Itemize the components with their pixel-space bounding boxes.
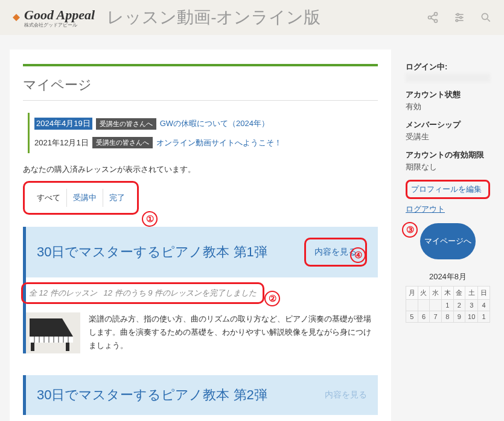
calendar-month-title: 2024年8月	[406, 271, 490, 282]
edit-profile-link[interactable]: プロフィールを編集	[411, 185, 482, 194]
page-title: マイページ	[23, 76, 378, 94]
svg-point-11	[456, 19, 458, 21]
svg-point-12	[482, 13, 488, 19]
logged-in-username	[406, 74, 490, 82]
svg-line-5	[431, 18, 435, 21]
svg-marker-0	[13, 14, 20, 21]
expiry-label: アカウントの有効期限	[406, 150, 490, 160]
account-status-label: アカウント状態	[406, 89, 490, 100]
lesson-thumbnail	[26, 312, 80, 353]
svg-point-9	[460, 16, 462, 18]
lesson-card: 30日でマスターするピアノ教本 第2弾 内容を見る	[23, 375, 378, 415]
svg-point-3	[435, 19, 438, 22]
app-header: Good Appeal 株式会社グッドアピール レッスン動画-オンライン版	[0, 0, 504, 35]
lesson-progress-box: 全 12 件のレッスン 12 件のうち 9 件のレッスンを完了しました	[21, 282, 264, 304]
calendar-weekdays-row: 月 火 水 木 金 土 日	[406, 286, 490, 300]
logo-sub-text: 株式会社グッドアピール	[24, 22, 95, 28]
login-status-label: ログイン中:	[406, 62, 490, 72]
svg-rect-25	[31, 343, 34, 351]
calendar-row: 5 6 7 8 9 10 1	[406, 311, 490, 323]
calendar-row: 1 2 3 4	[406, 300, 490, 311]
svg-line-4	[431, 14, 435, 17]
logo-diamond-icon	[12, 13, 21, 22]
progress-total: 全 12 件のレッスン	[29, 288, 97, 297]
news-title[interactable]: GWの休暇について（2024年）	[160, 118, 269, 129]
progress-done: 12 件のうち 9 件のレッスンを完了しました	[104, 288, 257, 297]
account-status-value: 有効	[406, 101, 490, 112]
mypage-button[interactable]: マイページへ	[420, 223, 476, 259]
lesson-filter-tabs-container: すべて 受講中 完了	[23, 181, 139, 215]
annotation-2: ②	[264, 291, 280, 306]
logo-main-text: Good Appeal	[24, 7, 95, 22]
news-category-badge: 受講生の皆さんへ	[96, 118, 156, 130]
news-list: 2024年4月19日 受講生の皆さんへ GWの休暇について（2024年） 202…	[28, 113, 373, 153]
header-title: レッスン動画-オンライン版	[107, 6, 415, 29]
annotation-1: ①	[142, 211, 158, 227]
lesson-header: 30日でマスターするピアノ教本 第1弾 内容を見る	[26, 227, 378, 277]
logo[interactable]: Good Appeal 株式会社グッドアピール	[12, 7, 95, 28]
tab-all[interactable]: すべて	[31, 189, 66, 207]
search-icon[interactable]	[480, 11, 492, 24]
edit-profile-link-container: プロフィールを編集	[406, 180, 490, 199]
main-content-card: マイページ 2024年4月19日 受講生の皆さんへ GWの休暇について（2024…	[10, 49, 391, 421]
lesson-description: 楽譜の読み方、指の使い方、曲のリズムの取り方など、ピアノ演奏の基礎が登場します。…	[89, 312, 374, 353]
lesson-card: 30日でマスターするピアノ教本 第1弾 内容を見る 全 12 件のレッスン 12…	[23, 227, 378, 353]
sidebar: ログイン中: アカウント状態 有効 メンバーシップ 受講生 アカウントの有効期限…	[406, 49, 490, 323]
membership-value: 受講生	[406, 131, 490, 142]
tab-completed[interactable]: 完了	[103, 189, 131, 207]
lesson-title[interactable]: 30日でマスターするピアノ教本 第1弾	[37, 243, 267, 261]
tab-in-progress[interactable]: 受講中	[66, 189, 103, 207]
membership-label: メンバーシップ	[406, 119, 490, 130]
logout-link[interactable]: ログアウト	[406, 204, 490, 215]
view-lesson-button[interactable]: 内容を見る	[325, 390, 367, 400]
svg-point-7	[457, 13, 459, 15]
lesson-header: 30日でマスターするピアノ教本 第2弾 内容を見る	[26, 375, 378, 415]
expiry-value: 期限なし	[406, 162, 490, 173]
news-item[interactable]: 2024年4月19日 受講生の皆さんへ GWの休暇について（2024年）	[30, 114, 373, 133]
news-date: 2021年12月1日	[34, 138, 89, 148]
news-title[interactable]: オンライン動画サイトへようこそ！	[156, 138, 282, 148]
news-date: 2024年4月19日	[34, 118, 92, 130]
svg-line-13	[488, 19, 490, 22]
share-icon[interactable]	[427, 11, 439, 24]
svg-rect-26	[66, 343, 69, 351]
svg-rect-16	[30, 337, 73, 343]
piano-icon	[26, 312, 80, 353]
svg-point-2	[429, 16, 432, 19]
news-category-badge: 受講生の皆さんへ	[92, 137, 153, 148]
purchased-note: あなたの購入済みレッスンが表示されています。	[23, 164, 378, 175]
calendar-widget: 2024年8月 月 火 水 木 金 土 日 1 2 3	[406, 271, 490, 323]
tune-icon[interactable]	[453, 11, 465, 24]
annotation-3: ③	[402, 222, 418, 238]
news-item[interactable]: 2021年12月1日 受講生の皆さんへ オンライン動画サイトへようこそ！	[30, 133, 373, 152]
calendar-table: 月 火 水 木 金 土 日 1 2 3 4	[406, 286, 490, 323]
lesson-title[interactable]: 30日でマスターするピアノ教本 第2弾	[37, 386, 267, 404]
svg-point-1	[435, 13, 438, 16]
annotation-4: ④	[350, 247, 366, 263]
